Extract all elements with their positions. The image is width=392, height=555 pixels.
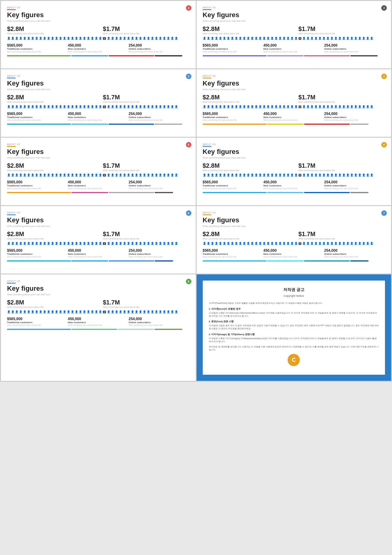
person-icon-left: 👤 — [39, 105, 42, 109]
person-icon-right: 👤 — [362, 174, 365, 177]
progress-bars — [203, 124, 385, 125]
person-icon-left: 👤 — [39, 174, 42, 177]
people-row: 👤👤👤👤👤👤👤👤👤👤👤👤👤👤👤👤👤👤👤👤👤👤👤👤2👤👤👤👤👤👤👤👤👤👤👤👤👤👤👤… — [7, 105, 190, 109]
card-badge: 3 — [381, 74, 387, 79]
person-icon-right: 👤 — [306, 174, 310, 177]
person-icon-left: 👤 — [7, 105, 10, 109]
person-icon-left: 👤 — [274, 242, 278, 245]
person-icon-right: 👤 — [342, 242, 345, 245]
person-icon-right: 👤 — [131, 242, 134, 245]
metric-value-1: $2.8M — [7, 25, 94, 33]
info-card: 8 ABOUT US Key figures Write something a… — [1, 274, 196, 381]
metric-sub-2: Write something here about above title — [103, 306, 190, 308]
person-icon-left: 👤 — [39, 311, 42, 314]
person-icon-left: 👤 — [286, 174, 290, 177]
bottom-metric-label: Traditional customers — [7, 253, 68, 255]
metric-sub-2: Write something here about above title — [103, 33, 190, 35]
bottom-metric: 450,000 New customers Write something he… — [68, 112, 129, 121]
bottom-metric-sub: Write something here about above title — [129, 256, 190, 258]
people-row: 👤👤👤👤👤👤👤👤👤👤👤👤👤👤👤👤👤👤👤👤👤👤👤👤2👤👤👤👤👤👤👤👤👤👤👤👤👤👤👤… — [7, 37, 190, 40]
person-icon-right: 👤 — [111, 37, 114, 40]
progress-bar — [350, 260, 369, 262]
person-icon-left: 👤 — [266, 37, 270, 40]
bottom-metric-label: Traditional customers — [203, 48, 264, 50]
progress-bar — [267, 55, 303, 56]
person-icon-left: 👤 — [67, 174, 70, 177]
person-icon-left: 👤 — [286, 37, 290, 40]
bottom-metric-label: New customers — [263, 184, 324, 187]
person-icon-right: 👤 — [115, 105, 118, 109]
person-icon-right: 👤 — [338, 105, 341, 109]
section-text: 이 PPT(PowerPoint) 파일은 고객의 원활한 사용을 위하여 제공… — [209, 302, 379, 305]
copyright-section: 이 PPT(PowerPoint) 파일은 고객의 원활한 사용을 위하여 제공… — [209, 302, 379, 305]
bottom-metric-value: 450,000 — [263, 112, 324, 116]
metrics-row: $2.8M Write something here about above t… — [203, 25, 385, 35]
person-icon-right: 👤 — [338, 174, 341, 177]
person-icon-right: 👤 — [107, 311, 110, 314]
person-icon-right: 👤 — [107, 242, 110, 245]
progress-bar — [350, 124, 369, 125]
person-icon-right: 👤 — [350, 174, 353, 177]
bottom-metric-value: $565,000 — [7, 180, 68, 184]
metric-value-1: $2.8M — [203, 231, 289, 238]
person-icon-right: 👤 — [115, 37, 118, 40]
copyright-section: 2. 폰트(Font) 관련 사항 이 파일에 사용된 폰트 역시 각 폰트 저… — [209, 320, 379, 330]
bottom-metric: 450,000 New customers Write something he… — [263, 112, 324, 121]
person-icon-right: 👤 — [151, 105, 154, 109]
person-icon-left: 👤 — [23, 174, 26, 177]
bottom-metrics-row: $565,000 Traditional customers Write som… — [7, 112, 190, 121]
person-icon-right: 👤 — [342, 105, 345, 109]
bottom-metric-sub: Write something here about above title — [68, 256, 129, 258]
metrics-row: $2.8M Write something here about above t… — [7, 162, 190, 171]
bottom-metric: 450,000 New customers Write something he… — [68, 43, 129, 53]
card-subtitle: Write something about your main title he… — [7, 293, 190, 296]
person-icon-left: 👤 — [247, 37, 250, 40]
person-icon-left: 👤 — [262, 174, 266, 177]
person-icon-right: 👤 — [115, 311, 118, 314]
people-row: 👤👤👤👤👤👤👤👤👤👤👤👤👤👤👤👤👤👤👤👤👤👤👤👤2👤👤👤👤👤👤👤👤👤👤👤👤👤👤👤… — [7, 242, 190, 245]
bottom-metric-label: Traditional customers — [7, 116, 68, 119]
bottom-metric-sub: Write something here about above title — [68, 324, 129, 326]
person-icon-left: 👤 — [231, 174, 234, 177]
metric-sub-2: Write something here about above title — [298, 169, 385, 171]
card-subtitle: Write something about your main title he… — [203, 225, 385, 228]
person-icon-right: 👤 — [354, 37, 357, 40]
about-label: ABOUT US — [203, 143, 385, 145]
person-icon-right: 👤 — [314, 105, 318, 109]
bottom-metric: 254,000 Online subscribers Write somethi… — [129, 180, 190, 189]
card-badge: 2 — [186, 74, 191, 79]
info-card: 7 ABOUT US Key figures Write something a… — [197, 206, 391, 274]
metric-large-1: $2.8M Write something here about above t… — [7, 25, 94, 35]
person-icon-left: 👤 — [270, 242, 274, 245]
person-icon-left: 👤 — [254, 174, 258, 177]
progress-bar — [109, 260, 154, 262]
bottom-metrics-row: $565,000 Traditional customers Write som… — [203, 248, 385, 258]
person-icon-left: 👤 — [67, 105, 70, 109]
person-icon-left: 👤 — [270, 105, 274, 109]
person-icon-left: 👤 — [95, 242, 98, 245]
person-icon-left: 👤 — [91, 37, 94, 40]
bottom-metric-sub: Write something here about above title — [7, 256, 68, 258]
person-icon-left: 👤 — [75, 242, 78, 245]
info-card: 5 ABOUT US Key figures Write something a… — [1, 138, 196, 205]
person-icon-right: 👤 — [139, 105, 142, 109]
person-icon-left: 👤 — [215, 242, 218, 245]
person-icon-right: 👤 — [354, 105, 357, 109]
person-icon-right: 👤 — [370, 37, 373, 40]
person-icon-left: 👤 — [251, 37, 254, 40]
person-icon-right: 👤 — [370, 242, 373, 245]
bottom-metric: 450,000 New customers Write something he… — [68, 317, 129, 326]
count-badge: 2 — [103, 37, 106, 40]
bottom-metric-label: Online subscribers — [129, 321, 190, 324]
metric-value-1: $2.8M — [7, 94, 94, 101]
person-icon-left: 👤 — [243, 242, 246, 245]
person-icon-right: 👤 — [119, 311, 122, 314]
metric-large-2: $1.7M Write something here about above t… — [298, 94, 385, 103]
person-icon-left: 👤 — [19, 311, 22, 314]
metric-large-2: $1.7M Write something here about above t… — [298, 162, 385, 171]
person-icon-left: 👤 — [79, 242, 82, 245]
bottom-metric-sub: Write something here about above title — [324, 187, 385, 189]
person-icon-left: 👤 — [290, 242, 294, 245]
person-icon-left: 👤 — [266, 242, 270, 245]
person-icon-left: 👤 — [63, 105, 66, 109]
